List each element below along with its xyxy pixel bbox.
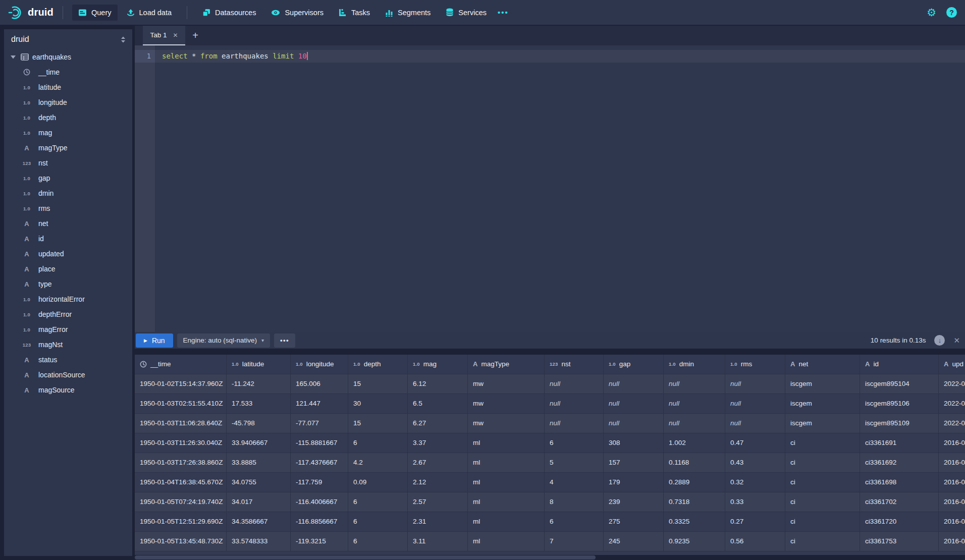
column-header-net[interactable]: Anet (785, 355, 860, 374)
horizontal-scrollbar-thumb[interactable] (135, 555, 596, 559)
table-cell[interactable]: ci (785, 492, 860, 512)
table-cell[interactable]: -77.077 (291, 414, 348, 433)
table-cell[interactable]: iscgem (785, 414, 860, 433)
column-header-rms[interactable]: 1.0rms (725, 355, 785, 374)
table-cell[interactable]: -116.4006667 (291, 492, 348, 512)
table-cell[interactable]: 6 (348, 433, 408, 453)
tree-column-nst[interactable]: 123nst (4, 155, 132, 171)
table-cell[interactable]: null (545, 374, 604, 394)
table-cell[interactable]: 2.67 (408, 453, 468, 473)
double-caret-sort-icon[interactable] (120, 36, 126, 43)
table-cell[interactable]: 34.0755 (227, 473, 291, 492)
table-cell[interactable]: 33.5748333 (227, 532, 291, 551)
table-cell[interactable]: 6 (545, 433, 604, 453)
table-cell[interactable]: 0.7318 (664, 492, 725, 512)
table-cell[interactable]: ci (785, 433, 860, 453)
table-cell[interactable]: mw (468, 394, 545, 414)
tree-column-mag[interactable]: 1.0mag (4, 125, 132, 140)
table-cell[interactable]: -117.4376667 (291, 453, 348, 473)
table-cell[interactable]: ml (468, 512, 545, 532)
tree-column-net[interactable]: Anet (4, 216, 132, 231)
table-cell[interactable]: 2016-0 (939, 512, 965, 532)
table-cell[interactable]: ci3361720 (860, 512, 939, 532)
table-cell[interactable]: null (604, 394, 664, 414)
table-cell[interactable]: 179 (604, 473, 664, 492)
table-cell[interactable]: 3.37 (408, 433, 468, 453)
table-cell[interactable]: 2.31 (408, 512, 468, 532)
tree-column-longitude[interactable]: 1.0longitude (4, 95, 132, 110)
table-cell[interactable]: iscgem895109 (860, 414, 939, 433)
download-icon[interactable]: ↓ (934, 335, 945, 346)
table-cell[interactable]: ci3361702 (860, 492, 939, 512)
column-header-time[interactable]: __time (135, 355, 227, 374)
column-header-nst[interactable]: 123nst (545, 355, 604, 374)
table-cell[interactable]: 0.1168 (664, 453, 725, 473)
table-cell[interactable]: -116.8856667 (291, 512, 348, 532)
table-cell[interactable]: iscgem (785, 394, 860, 414)
table-cell[interactable]: null (545, 394, 604, 414)
table-cell[interactable]: 2016-0 (939, 433, 965, 453)
query-more-button[interactable]: ••• (274, 333, 295, 348)
horizontal-scrollbar-track[interactable] (135, 555, 965, 560)
tree-column-id[interactable]: Aid (4, 231, 132, 246)
table-cell[interactable]: 1950-01-03T11:26:30.040Z (135, 433, 227, 453)
nav-item-segments[interactable]: Segments (379, 5, 437, 21)
tree-column-type[interactable]: Atype (4, 276, 132, 292)
table-cell[interactable]: ci (785, 473, 860, 492)
table-cell[interactable]: 0.33 (725, 492, 785, 512)
nav-item-supervisors[interactable]: Supervisors (265, 5, 330, 21)
sql-editor[interactable]: 1 select * from earthquakes limit 10 (135, 45, 965, 332)
table-cell[interactable]: ci (785, 453, 860, 473)
table-cell[interactable]: ml (468, 453, 545, 473)
column-header-upd[interactable]: Aupd (939, 355, 965, 374)
tree-column-magNst[interactable]: 123magNst (4, 337, 132, 352)
tab-1[interactable]: Tab 1 ✕ (143, 26, 185, 45)
table-cell[interactable]: 6.12 (408, 374, 468, 394)
table-cell[interactable]: 157 (604, 453, 664, 473)
table-cell[interactable]: 2.12 (408, 473, 468, 492)
table-cell[interactable]: null (664, 374, 725, 394)
tree-column-depth[interactable]: 1.0depth (4, 110, 132, 125)
tree-column-latitude[interactable]: 1.0latitude (4, 80, 132, 95)
table-cell[interactable]: 6.5 (408, 394, 468, 414)
table-cell[interactable]: mw (468, 414, 545, 433)
column-header-gap[interactable]: 1.0gap (604, 355, 664, 374)
table-cell[interactable]: null (664, 414, 725, 433)
engine-select-button[interactable]: Engine: auto (sql-native) ▾ (177, 333, 270, 348)
column-header-depth[interactable]: 1.0depth (348, 355, 408, 374)
column-header-mag[interactable]: 1.0mag (408, 355, 468, 374)
tree-column-rms[interactable]: 1.0rms (4, 201, 132, 216)
tree-item-earthquakes[interactable]: earthquakes (4, 49, 132, 65)
add-tab-button[interactable]: + (185, 26, 205, 45)
table-cell[interactable]: iscgem895106 (860, 394, 939, 414)
tree-column-gap[interactable]: 1.0gap (4, 171, 132, 186)
table-cell[interactable]: 2016-0 (939, 492, 965, 512)
table-cell[interactable]: ml (468, 433, 545, 453)
table-cell[interactable]: 6 (545, 512, 604, 532)
table-cell[interactable]: ci (785, 512, 860, 532)
table-cell[interactable]: 0.27 (725, 512, 785, 532)
table-cell[interactable]: iscgem (785, 374, 860, 394)
settings-gear-icon[interactable]: ⚙ (927, 7, 936, 18)
table-cell[interactable]: 2022-0 (939, 414, 965, 433)
table-cell[interactable]: null (545, 414, 604, 433)
table-cell[interactable]: -117.759 (291, 473, 348, 492)
table-cell[interactable]: 1950-01-04T16:38:45.670Z (135, 473, 227, 492)
tree-column-place[interactable]: Aplace (4, 261, 132, 276)
table-cell[interactable]: 5 (545, 453, 604, 473)
table-cell[interactable]: null (604, 414, 664, 433)
table-cell[interactable]: ml (468, 473, 545, 492)
nav-item-tasks[interactable]: Tasks (333, 5, 376, 21)
nav-item-load-data[interactable]: Load data (121, 5, 178, 21)
table-cell[interactable]: 3.11 (408, 532, 468, 551)
table-cell[interactable]: 6 (348, 532, 408, 551)
column-header-id[interactable]: Aid (860, 355, 939, 374)
table-cell[interactable]: 33.9406667 (227, 433, 291, 453)
table-cell[interactable]: 7 (545, 532, 604, 551)
table-cell[interactable]: 0.56 (725, 532, 785, 551)
table-cell[interactable]: 15 (348, 414, 408, 433)
column-header-latitude[interactable]: 1.0latitude (227, 355, 291, 374)
table-cell[interactable]: -45.798 (227, 414, 291, 433)
table-cell[interactable]: 33.8885 (227, 453, 291, 473)
more-menu-button[interactable]: ••• (493, 4, 514, 21)
